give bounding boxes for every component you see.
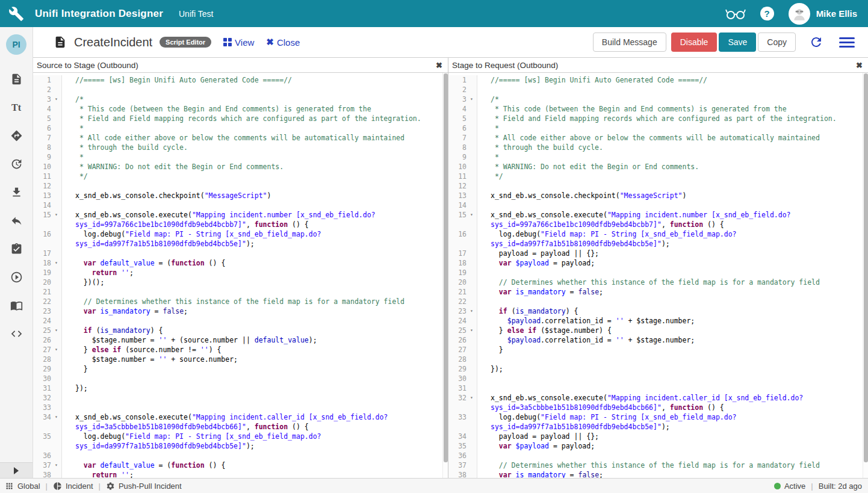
code-line[interactable]: 18 var $payload = payload; [448,258,868,268]
fold-arrow-icon[interactable]: ▾ [467,210,477,220]
user-menu[interactable]: Mike Ellis [789,3,857,25]
code-line[interactable]: 12 [33,181,448,191]
view-link[interactable]: View [223,37,254,48]
close-icon[interactable]: ✖ [856,61,863,69]
scrollbar-thumb[interactable] [444,73,448,462]
code-icon[interactable] [10,327,23,340]
process-item[interactable]: Push-Pull Incident [106,482,182,491]
code-line[interactable]: 38 var is_mandatory = false; [448,470,868,478]
code-line[interactable]: sys_id=997a766c1be1bc1090dfdb9ebd4bcbb7]… [33,220,448,229]
code-line[interactable]: 35 var $payload = payload; [448,441,868,451]
code-line[interactable]: 10 * WARNING: Do not edit the Begin or E… [33,162,448,172]
code-line[interactable]: 29 } [33,364,448,374]
code-line[interactable]: 24 $payload.correlation_id = '' + $stage… [448,316,868,326]
code-line[interactable]: 30 [33,374,448,383]
code-line[interactable]: 8 * through the build cycle. [448,143,868,152]
fold-arrow-icon[interactable]: ▾ [51,345,62,355]
code-line[interactable]: 20 })(); [33,278,448,287]
code-editor[interactable]: 1//===== [ws] Begin Unifi Auto Generated… [33,73,448,478]
code-line[interactable]: 21 [33,287,448,297]
disable-button[interactable]: Disable [671,33,718,52]
code-line[interactable]: 37 // Determines whether this instance o… [448,460,868,470]
copy-button[interactable]: Copy [758,33,796,52]
code-line[interactable]: sys_id=da997f7a1b51b81090dfdb9ebd4bcb5e]… [448,422,868,432]
code-line[interactable]: 38 return ''; [33,470,448,478]
code-line[interactable]: 35 log.debug("Field map: PI - String [x_… [33,432,448,441]
code-line[interactable]: sys_id=da997f7a1b51b81090dfdb9ebd4bcb5e]… [33,239,448,249]
code-line[interactable]: 20 // Determines whether this instance o… [448,278,868,287]
code-line[interactable]: 31 [448,383,868,393]
code-line[interactable]: 13x_snd_eb.ws_console.checkpoint("Messag… [448,191,868,200]
code-line[interactable]: 4 * This code (between the Begin and End… [33,104,448,114]
fold-arrow-icon[interactable]: ▾ [467,306,477,316]
code-line[interactable]: 24 [33,316,448,326]
code-line[interactable]: 36 [33,451,448,460]
save-button[interactable]: Save [719,33,756,52]
code-line[interactable]: 1//===== [ws] Begin Unifi Auto Generated… [33,75,448,85]
sidebar-expand-button[interactable] [0,462,33,478]
run-icon[interactable] [10,271,23,284]
code-line[interactable]: 37▾ var default_value = (function () { [33,460,448,470]
fold-arrow-icon[interactable]: ▾ [467,95,477,104]
code-line[interactable]: 9 * [448,152,868,162]
code-line[interactable]: 5 * Field and Field mapping records whic… [33,114,448,123]
table-item[interactable]: Incident [53,482,93,491]
environment-label[interactable]: Unifi Test [179,9,213,19]
code-line[interactable]: 11 */ [448,172,868,181]
menu-icon[interactable] [839,37,855,48]
code-line[interactable]: 34▾x_snd_eb.ws_console.execute("Mapping … [33,412,448,422]
code-line[interactable]: 27 } [448,345,868,355]
close-icon[interactable]: ✖ [436,61,442,69]
code-line[interactable]: 8 * through the build cycle. [33,143,448,152]
code-line[interactable]: 22 [448,297,868,306]
code-line[interactable]: 26 $stage.number = '' + (source.number |… [33,335,448,345]
code-line[interactable]: 14 [33,200,448,210]
code-line[interactable]: 18▾ var default_value = (function () { [33,258,448,268]
code-line[interactable]: 14 [448,200,868,210]
code-line[interactable]: 2 [448,85,868,95]
scope-item[interactable]: Global [5,482,40,491]
user-avatar[interactable] [789,3,810,25]
mapping-icon[interactable] [10,129,23,142]
code-line[interactable]: 6 * [33,123,448,133]
code-line[interactable]: 31}); [33,383,448,393]
code-line[interactable]: 32 [33,393,448,403]
code-line[interactable]: 19 [448,268,868,278]
text-format-icon[interactable]: Tt [11,101,21,114]
scrollbar[interactable] [442,73,448,478]
glasses-icon[interactable] [725,7,746,20]
code-line[interactable]: 36 [448,451,868,460]
code-line[interactable]: 23 var is_mandatory = false; [33,306,448,316]
code-line[interactable]: 13x_snd_eb.ws_console.checkpoint("Messag… [33,191,448,200]
history-icon[interactable] [10,158,23,170]
scrollbar[interactable] [863,73,868,478]
code-line[interactable]: 23▾ if (is_mandatory) { [448,306,868,316]
code-line[interactable]: 16 log.debug("Field map: PI - String [x_… [33,229,448,239]
code-line[interactable]: 3▾/* [33,95,448,104]
code-line[interactable]: 3▾/* [448,95,868,104]
fold-arrow-icon[interactable]: ▾ [51,95,62,104]
fold-arrow-icon[interactable]: ▾ [467,393,477,403]
fold-arrow-icon[interactable]: ▾ [51,326,62,335]
code-line[interactable]: 5 * Field and Field mapping records whic… [448,114,868,123]
fold-arrow-icon[interactable]: ▾ [51,460,62,470]
fold-arrow-icon[interactable]: ▾ [467,326,477,335]
code-line[interactable]: sys_id=997a766c1be1bc1090dfdb9ebd4bcbb7]… [448,220,868,229]
code-line[interactable]: 25▾ } else if ($stage.number) { [448,326,868,335]
code-line[interactable]: 6 * [448,123,868,133]
code-line[interactable]: 32▾x_snd_eb.ws_console.execute("Mapping … [448,393,868,403]
code-line[interactable]: 29}); [448,364,868,374]
code-line[interactable]: 21 var is_mandatory = false; [448,287,868,297]
code-line[interactable]: 33 log.debug("Field map: PI - String [x_… [448,412,868,422]
code-line[interactable]: 15▾x_snd_eb.ws_console.execute("Mapping … [33,210,448,220]
code-line[interactable]: sys_id=da997f7a1b51b81090dfdb9ebd4bcb5e]… [33,441,448,451]
download-icon[interactable] [10,186,23,199]
fold-arrow-icon[interactable]: ▾ [51,210,62,220]
code-line[interactable]: 4 * This code (between the Begin and End… [448,104,868,114]
fold-arrow-icon[interactable]: ▾ [51,412,62,422]
code-line[interactable]: 19 return ''; [33,268,448,278]
build-message-button[interactable]: Build Message [593,33,666,52]
code-line[interactable]: 16 log.debug("Field map: PI - String [x_… [448,229,868,239]
code-line[interactable]: 22 // Determines whether this instance o… [33,297,448,306]
code-line[interactable]: 28 $stage.number = '' + source.number; [33,355,448,364]
